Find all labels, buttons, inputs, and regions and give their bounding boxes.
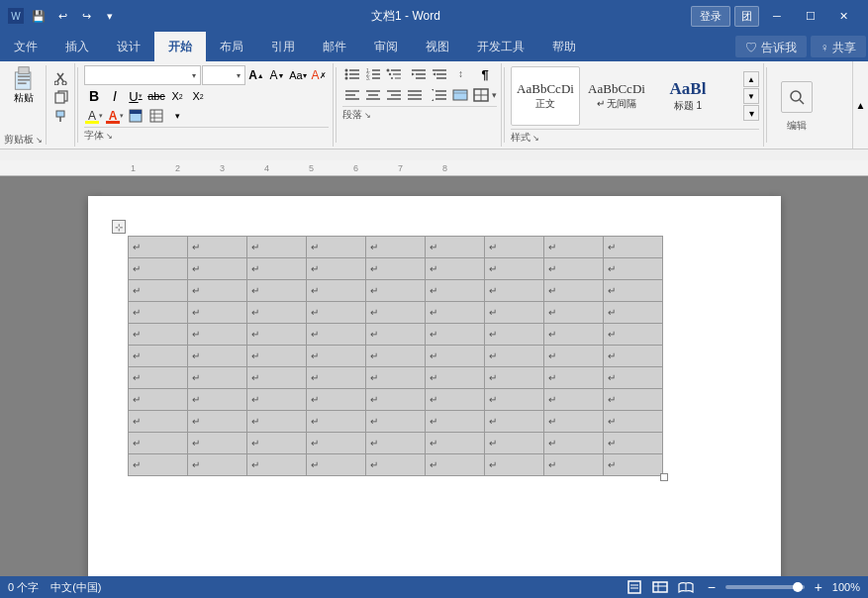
increase-font-size-button[interactable]: A▲: [246, 66, 266, 84]
table-cell[interactable]: ↵: [425, 324, 484, 346]
save-quick-btn[interactable]: 💾: [28, 5, 49, 27]
table-cell[interactable]: ↵: [306, 367, 365, 389]
italic-button[interactable]: I: [105, 87, 125, 105]
table-resize-handle[interactable]: [660, 473, 668, 481]
table-cell[interactable]: ↵: [603, 237, 662, 258]
login-button[interactable]: 登录: [691, 6, 730, 27]
table-cell[interactable]: ↵: [246, 324, 306, 346]
styles-expand-icon[interactable]: ↘: [532, 134, 539, 143]
tab-layout[interactable]: 布局: [206, 32, 257, 61]
table-cell[interactable]: ↵: [246, 433, 306, 454]
zoom-thumb[interactable]: [793, 582, 803, 592]
font-size-selector[interactable]: ▾: [202, 65, 245, 85]
table-cell[interactable]: ↵: [365, 389, 425, 411]
table-cell[interactable]: ↵: [603, 346, 662, 367]
increase-indent-button[interactable]: [430, 65, 449, 83]
table-cell[interactable]: ↵: [306, 302, 365, 324]
table-cell[interactable]: ↵: [425, 411, 484, 433]
table-cell[interactable]: ↵: [187, 433, 246, 454]
bold-button[interactable]: B: [84, 87, 104, 105]
table-cell[interactable]: ↵: [187, 411, 246, 433]
table-cell[interactable]: ↵: [246, 237, 306, 258]
table-cell[interactable]: ↵: [128, 302, 187, 324]
table-cell[interactable]: ↵: [543, 454, 603, 476]
style-normal-item[interactable]: AaBbCcDi 正文: [511, 66, 580, 126]
table-cell[interactable]: ↵: [246, 302, 306, 324]
table-cell[interactable]: ↵: [187, 324, 246, 346]
zoom-out-btn[interactable]: −: [702, 578, 722, 596]
table-cell[interactable]: ↵: [365, 280, 425, 302]
table-cell[interactable]: ↵: [425, 367, 484, 389]
customize-quick-btn[interactable]: ▾: [99, 5, 121, 27]
document-table[interactable]: ↵↵↵↵↵↵↵↵↵↵↵↵↵↵↵↵↵↵↵↵↵↵↵↵↵↵↵↵↵↵↵↵↵↵↵↵↵↵↵↵…: [128, 236, 663, 476]
align-left-button[interactable]: [342, 86, 362, 104]
font-name-selector[interactable]: ▾: [84, 65, 201, 85]
table-cell[interactable]: ↵: [365, 411, 425, 433]
paste-button[interactable]: 粘贴: [6, 65, 42, 105]
table-cell[interactable]: ↵: [365, 237, 425, 258]
table-cell[interactable]: ↵: [128, 411, 187, 433]
font-extra-btn[interactable]: [146, 107, 166, 125]
table-cell[interactable]: ↵: [603, 454, 662, 476]
font-color-button[interactable]: A ▾: [105, 107, 125, 125]
sort-button[interactable]: ↕: [454, 65, 474, 83]
search-button[interactable]: [781, 81, 813, 113]
table-cell[interactable]: ↵: [484, 367, 543, 389]
table-cell[interactable]: ↵: [128, 454, 187, 476]
table-cell[interactable]: ↵: [484, 302, 543, 324]
table-cell[interactable]: ↵: [306, 346, 365, 367]
table-cell[interactable]: ↵: [484, 389, 543, 411]
table-cell[interactable]: ↵: [484, 258, 543, 280]
multilevel-list-button[interactable]: [384, 65, 404, 83]
table-cell[interactable]: ↵: [246, 346, 306, 367]
tell-me-btn[interactable]: ♡ 告诉我: [735, 36, 806, 57]
styles-scroll-up[interactable]: ▲: [743, 71, 759, 87]
underline-button[interactable]: U▾: [126, 87, 145, 105]
zoom-in-btn[interactable]: +: [809, 578, 828, 596]
table-cell[interactable]: ↵: [425, 389, 484, 411]
table-cell[interactable]: ↵: [187, 258, 246, 280]
table-cell[interactable]: ↵: [306, 280, 365, 302]
print-layout-btn[interactable]: [625, 578, 644, 596]
tab-file[interactable]: 文件: [0, 32, 51, 61]
style-heading1-item[interactable]: AaBl 标题 1: [653, 66, 723, 126]
subscript-button[interactable]: X2: [167, 87, 187, 105]
minimize-button[interactable]: ─: [761, 0, 793, 32]
table-cell[interactable]: ↵: [543, 237, 603, 258]
table-cell[interactable]: ↵: [543, 324, 603, 346]
table-cell[interactable]: ↵: [543, 280, 603, 302]
table-cell[interactable]: ↵: [128, 346, 187, 367]
tab-review[interactable]: 审阅: [360, 32, 412, 61]
font-arrow-btn[interactable]: ▾: [167, 107, 187, 125]
table-cell[interactable]: ↵: [128, 433, 187, 454]
table-cell[interactable]: ↵: [543, 367, 603, 389]
table-cell[interactable]: ↵: [484, 433, 543, 454]
web-layout-btn[interactable]: [650, 578, 670, 596]
table-cell[interactable]: ↵: [306, 237, 365, 258]
table-cell[interactable]: ↵: [543, 302, 603, 324]
table-cell[interactable]: ↵: [187, 280, 246, 302]
table-cell[interactable]: ↵: [246, 258, 306, 280]
table-cell[interactable]: ↵: [246, 454, 306, 476]
decrease-indent-button[interactable]: [409, 65, 429, 83]
decrease-font-size-button[interactable]: A▼: [267, 66, 287, 84]
table-cell[interactable]: ↵: [425, 433, 484, 454]
table-cell[interactable]: ↵: [187, 237, 246, 258]
paragraph-expand-icon[interactable]: ↘: [364, 111, 371, 120]
clear-format-button[interactable]: A✗: [309, 66, 329, 84]
cut-button[interactable]: [50, 69, 72, 87]
table-cell[interactable]: ↵: [187, 367, 246, 389]
table-cell[interactable]: ↵: [603, 389, 662, 411]
table-cell[interactable]: ↵: [603, 411, 662, 433]
strikethrough-button[interactable]: abc: [146, 87, 166, 105]
align-center-button[interactable]: [363, 86, 383, 104]
table-cell[interactable]: ↵: [128, 258, 187, 280]
clipboard-expand-icon[interactable]: ↘: [36, 136, 43, 145]
table-cell[interactable]: ↵: [603, 258, 662, 280]
style-no-spacing-item[interactable]: AaBbCcDi ↵ 无间隔: [582, 66, 651, 126]
tab-help[interactable]: 帮助: [538, 32, 590, 61]
table-cell[interactable]: ↵: [365, 346, 425, 367]
align-right-button[interactable]: [384, 86, 404, 104]
table-cell[interactable]: ↵: [306, 389, 365, 411]
table-cell[interactable]: ↵: [128, 389, 187, 411]
